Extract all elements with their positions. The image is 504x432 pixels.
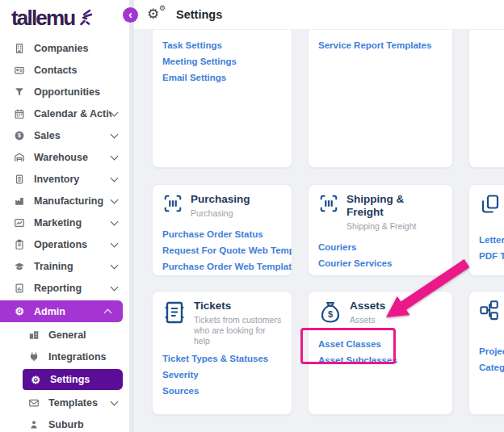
funnel-icon — [13, 86, 26, 98]
map-person-icon — [27, 419, 40, 430]
sidebar-item-operations[interactable]: Operations — [0, 233, 129, 255]
graduation-cap-icon — [13, 261, 26, 272]
card-subtitle: Shipping & Freight — [346, 221, 442, 232]
sidebar-item-label: Manufacturing — [34, 195, 111, 207]
sidebar-item-inventory[interactable]: Inventory — [0, 168, 129, 190]
sidebar: tallemu Companies Contacts — [0, 0, 129, 432]
service-report-templates-link[interactable]: Service Report Templates — [318, 40, 443, 51]
sidebar-item-label: Opportunities — [34, 86, 121, 98]
card-assets: $ Assets Assets Asset Classes Asset Subc… — [308, 291, 453, 415]
severity-link[interactable]: Severity — [162, 370, 282, 380]
sidebar-item-admin[interactable]: ⚙ Admin — [0, 300, 123, 322]
sidebar-item-label: Reporting — [34, 283, 111, 294]
sidebar-item-settings[interactable]: ⚙ Settings — [23, 369, 123, 390]
buildings-icon — [27, 329, 40, 341]
page-header: ⚙⚙ Settings — [134, 0, 504, 30]
chevron-down-icon — [111, 239, 119, 247]
sidebar-item-label: Companies — [34, 43, 121, 54]
sidebar-item-calendar-activity[interactable]: Calendar & Activity — [0, 103, 129, 124]
categories-link[interactable]: Categor — [479, 363, 504, 373]
chevron-down-icon — [111, 217, 119, 225]
money-bag-icon: $ — [318, 300, 342, 325]
task-settings-link[interactable]: Task Settings — [162, 40, 282, 51]
sidebar-item-suburb[interactable]: Suburb — [0, 413, 129, 432]
card-tickets: Tickets Tickets from customers who are l… — [152, 291, 292, 415]
barcode-scan-icon — [162, 193, 183, 219]
building-icon — [13, 43, 26, 54]
gear-icon: ⚙ — [13, 306, 26, 317]
sidebar-item-label: Operations — [34, 239, 111, 250]
couriers-link[interactable]: Couriers — [318, 242, 443, 253]
sidebar-item-label: Admin — [34, 306, 105, 317]
dollar-circle-icon: $ — [13, 130, 26, 141]
barcode-scan-icon — [318, 193, 339, 232]
card-activity-settings: Task Settings Meeting Settings Email Set… — [152, 15, 292, 168]
sidebar-item-templates[interactable]: Templates — [0, 392, 129, 413]
warehouse-icon — [13, 152, 26, 163]
request-for-quote-web-templates-link[interactable]: Request For Quote Web Templates — [162, 245, 282, 256]
sidebar-item-reporting[interactable]: Reporting — [0, 277, 129, 299]
tallemu-logo[interactable]: tallemu — [0, 0, 129, 33]
sources-link[interactable]: Sources — [162, 386, 282, 396]
card-title: Assets — [350, 300, 385, 312]
chart-icon — [13, 217, 26, 229]
sidebar-item-warehouse[interactable]: Warehouse — [0, 146, 129, 168]
id-card-icon — [13, 65, 26, 76]
sidebar-item-training[interactable]: Training — [0, 255, 129, 277]
card-service: Service Report Templates — [308, 15, 453, 168]
sidebar-item-label: Calendar & Activity — [34, 108, 111, 120]
letter-templates-link[interactable]: Letter Te — [479, 235, 504, 245]
sidebar-item-opportunities[interactable]: Opportunities — [0, 81, 129, 103]
card-subtitle: Purchasing — [191, 208, 250, 219]
sidebar-item-general[interactable]: General — [0, 324, 129, 346]
chevron-left-icon: ‹ — [128, 9, 132, 20]
purchase-order-status-link[interactable]: Purchase Order Status — [162, 229, 282, 240]
card-partial-top-right — [468, 15, 504, 168]
freight-item-types-link[interactable]: Freight Item Types — [318, 275, 443, 276]
factory-icon — [13, 195, 26, 207]
sidebar-item-label: Sales — [34, 130, 111, 141]
documents-icon — [479, 193, 502, 216]
email-settings-link[interactable]: Email Settings — [162, 73, 282, 83]
clipboard-icon — [13, 239, 26, 250]
logo-text: tallemu — [11, 7, 74, 28]
sidebar-item-sales[interactable]: $ Sales — [0, 124, 129, 146]
sidebar-item-label: Suburb — [48, 419, 121, 430]
sidebar-item-companies[interactable]: Companies — [0, 37, 129, 59]
sidebar-divider — [129, 0, 134, 432]
sidebar-item-label: Warehouse — [34, 152, 111, 163]
card-subtitle: Tickets from customers who are looking f… — [194, 315, 282, 346]
sidebar-item-marketing[interactable]: Marketing — [0, 212, 129, 233]
chevron-down-icon — [111, 130, 119, 138]
sidebar-item-label: Integrations — [48, 351, 121, 363]
card-title: Tickets — [194, 300, 282, 312]
envelope-icon — [27, 397, 40, 409]
card-title: Shipping & Freight — [346, 193, 443, 219]
card-subtitle: Assets — [350, 315, 385, 325]
purchase-order-web-templates-link[interactable]: Purchase Order Web Templates — [162, 262, 282, 272]
sidebar-item-label: Settings — [50, 374, 115, 385]
sidebar-item-label: Contacts — [34, 65, 121, 76]
gear-icon: ⚙ — [29, 375, 42, 385]
sidebar-item-manufacturing[interactable]: Manufacturing — [0, 190, 129, 212]
chevron-down-icon — [111, 108, 119, 116]
sitemap-icon — [479, 300, 500, 321]
chevron-down-icon — [111, 195, 119, 203]
calendar-icon — [13, 108, 26, 120]
sidebar-item-label: Training — [34, 261, 111, 272]
project-types-link[interactable]: Project T — [479, 346, 504, 357]
card-partial-templates: Letter Te PDF Tem — [468, 184, 504, 276]
chevron-down-icon — [111, 152, 119, 160]
sidebar-item-label: Marketing — [34, 217, 111, 229]
sidebar-item-contacts[interactable]: Contacts — [0, 59, 129, 81]
ticket-types-statuses-link[interactable]: Ticket Types & Statuses — [162, 354, 282, 364]
pdf-templates-link[interactable]: PDF Tem — [479, 251, 504, 262]
sidebar-item-integrations[interactable]: Integrations — [0, 346, 129, 367]
courier-services-link[interactable]: Courier Services — [318, 258, 443, 269]
asset-classes-link[interactable]: Asset Classes — [318, 339, 443, 350]
meeting-settings-link[interactable]: Meeting Settings — [162, 57, 282, 67]
back-button[interactable]: ‹ — [123, 7, 138, 23]
sidebar-item-label: General — [48, 329, 121, 341]
asset-subclasses-link[interactable]: Asset Subclasses — [318, 355, 443, 366]
chevron-down-icon — [111, 283, 119, 291]
